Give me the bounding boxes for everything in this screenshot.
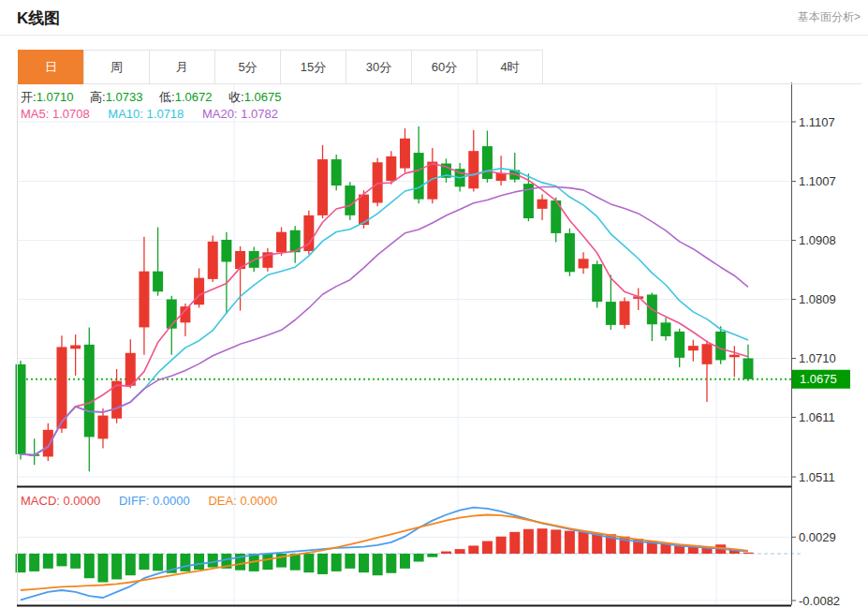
tab-15min[interactable]: 15分 [280, 50, 346, 84]
current-price-label: 1.0675 [800, 372, 837, 386]
macd-hist-bar [551, 529, 561, 554]
candle-body [400, 139, 410, 169]
macd-hist-bar [441, 552, 451, 554]
candle-body [414, 153, 424, 200]
ma10-line [21, 169, 748, 455]
candle-body [743, 358, 753, 378]
macd-value-readout: MACD: 0.0000 [21, 494, 100, 508]
candle-body [276, 232, 287, 253]
candle-body [125, 353, 136, 386]
candle-body [43, 430, 53, 457]
ma5-readout: MA5: 1.0708 [21, 107, 90, 121]
candle-body [139, 272, 149, 328]
candle-body [620, 301, 630, 324]
low-label: 低: [159, 90, 175, 104]
ma-readout: MA5: 1.0708 MA10: 1.0718 MA20: 1.0782 [21, 107, 278, 121]
macd-hist-bar [194, 554, 204, 570]
close-value: 1.0675 [244, 90, 282, 104]
page-title: K线图 [17, 7, 60, 29]
macd-hist-bar [427, 554, 437, 557]
price-axis-label: 1.1107 [799, 115, 835, 129]
open-value: 1.0710 [37, 90, 74, 104]
candle-body [674, 332, 684, 358]
candle-body [56, 347, 66, 428]
macd-hist-bar [565, 531, 575, 554]
ma20-readout: MA20: 1.0782 [202, 107, 278, 121]
period-tab-bar: 日 周 月 5分 15分 30分 60分 4时 [18, 50, 543, 84]
macd-hist-bar [455, 549, 465, 554]
fundamental-analysis-link[interactable]: 基本面分析> [798, 9, 861, 25]
macd-readout: MACD: 0.0000 DIFF: 0.0000 DEA: 0.0000 [21, 494, 277, 508]
macd-hist-bar [523, 529, 534, 554]
diff-value-readout: DIFF: 0.0000 [119, 494, 190, 508]
candle-body [97, 416, 108, 439]
macd-hist-bar [482, 541, 493, 554]
candle-body [661, 322, 671, 336]
macd-hist-bar [537, 528, 548, 554]
macd-hist-bar [373, 554, 383, 575]
low-value: 1.0672 [175, 90, 213, 104]
price-axis-label: 1.0809 [799, 292, 836, 306]
candle-body [606, 302, 616, 325]
macd-hist-bar [125, 554, 136, 575]
macd-hist-bar [743, 553, 753, 554]
macd-hist-bar [359, 554, 369, 572]
macd-hist-bar [414, 554, 424, 562]
macd-hist-bar [317, 554, 328, 574]
macd-hist-bar [509, 532, 520, 554]
macd-hist-bar [84, 554, 95, 578]
candle-body [579, 259, 589, 268]
dea-value-readout: DEA: 0.0000 [208, 494, 277, 508]
macd-hist-bar [208, 554, 218, 568]
tab-week[interactable]: 周 [83, 50, 150, 84]
macd-hist-bar [139, 554, 149, 570]
price-axis-label: 1.0908 [799, 233, 836, 247]
macd-hist-bar [97, 554, 108, 583]
candle-body [468, 151, 478, 188]
macd-hist-bar [345, 554, 355, 569]
macd-hist-bar [674, 545, 684, 554]
tab-30min[interactable]: 30分 [346, 50, 412, 84]
candle-body [702, 344, 713, 364]
candle-body [729, 355, 740, 358]
macd-hist-bar [262, 554, 272, 570]
macd-hist-bar [153, 554, 163, 571]
candle-body [565, 233, 575, 272]
price-axis-label: 1.1007 [799, 174, 836, 188]
header-divider [0, 35, 868, 36]
tab-5min[interactable]: 5分 [214, 50, 281, 84]
price-axis-label: 1.0511 [799, 470, 835, 484]
candle-body [70, 346, 81, 349]
candle-body [331, 159, 342, 185]
candle-body [111, 381, 122, 419]
candle-body [221, 240, 231, 262]
high-label: 高: [90, 90, 106, 104]
tab-bar-baseline [538, 83, 861, 84]
macd-hist-bar [29, 554, 39, 571]
macd-hist-bar [180, 554, 190, 571]
candle-body [317, 159, 328, 215]
tab-day[interactable]: 日 [18, 50, 84, 84]
macd-hist-bar [56, 554, 66, 566]
macd-hist-bar [331, 554, 342, 571]
candle-body [537, 200, 548, 209]
macd-hist-bar [468, 545, 478, 554]
price-axis-label: 1.0710 [799, 351, 836, 365]
ma20-line [21, 187, 748, 455]
close-label: 收: [228, 90, 244, 104]
tab-60min[interactable]: 60分 [411, 50, 478, 84]
macd-hist-bar [43, 554, 53, 569]
macd-axis-label: 0.0029 [799, 530, 836, 544]
macd-hist-bar [400, 554, 410, 569]
candle-body [592, 264, 602, 302]
macd-axis-label: -0.0082 [799, 594, 840, 608]
tab-4hour[interactable]: 4时 [477, 50, 543, 84]
high-value: 1.0733 [106, 90, 143, 104]
macd-hist-bar [303, 554, 314, 572]
tab-month[interactable]: 月 [149, 50, 215, 84]
ma10-readout: MA10: 1.0718 [108, 107, 184, 121]
candle-body [715, 332, 726, 361]
macd-hist-bar [496, 537, 507, 554]
open-label: 开: [21, 90, 37, 104]
price-axis-label: 1.0611 [799, 410, 835, 424]
